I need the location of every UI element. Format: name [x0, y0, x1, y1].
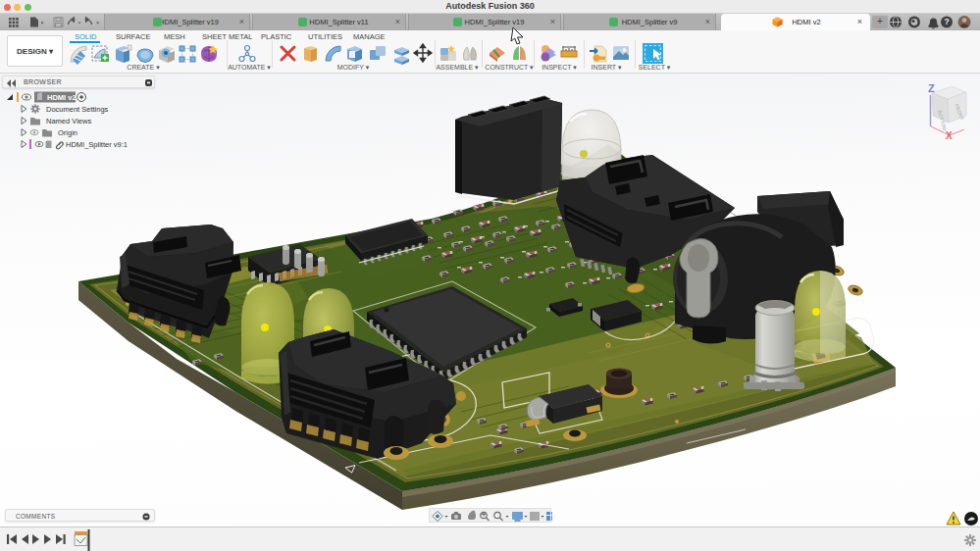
svg-text:HDMI v2: HDMI v2 [47, 93, 77, 102]
svg-text:Named Views: Named Views [46, 117, 91, 125]
svg-text:Document Settings: Document Settings [46, 105, 109, 114]
svg-text:Origin: Origin [58, 128, 77, 137]
svg-text:HDMI_Splitter v9:1: HDMI_Splitter v9:1 [66, 140, 128, 149]
